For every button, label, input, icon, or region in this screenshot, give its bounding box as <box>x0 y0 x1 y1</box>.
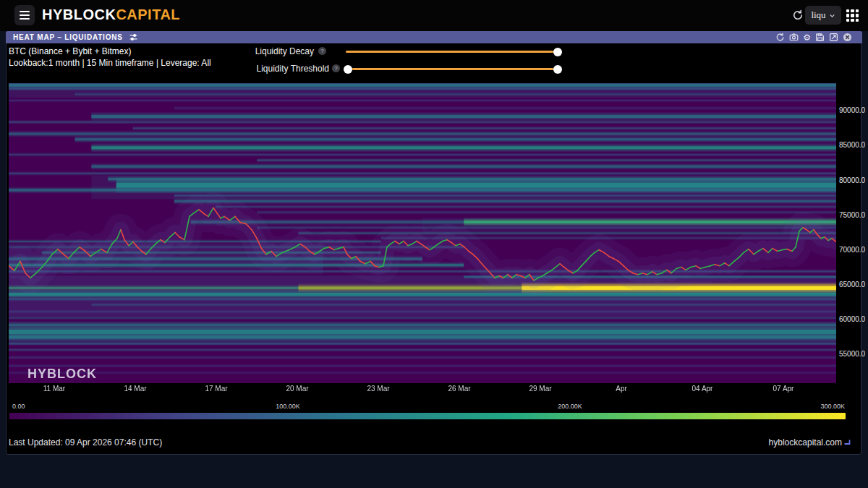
top-bar: HYBLOCKCAPITAL liqu <box>0 0 868 31</box>
date-tick-label: 07 Apr <box>773 385 794 393</box>
liquidity-threshold-label: Liquidity Threshold <box>184 64 329 74</box>
date-tick-label: Apr <box>616 385 627 393</box>
fullscreen-icon[interactable] <box>829 33 838 42</box>
price-tick-label: 80000.0 <box>839 176 865 184</box>
liquidity-threshold-thumb-high[interactable] <box>553 65 562 74</box>
colorbar-tick-label: 0.00 <box>12 403 25 410</box>
last-updated-text: Last Updated: 09 Apr 2026 07:46 (UTC) <box>9 437 162 448</box>
chevron-down-icon <box>829 12 835 19</box>
resize-corner-icon[interactable] <box>843 439 851 446</box>
date-tick-label: 26 Mar <box>448 385 470 393</box>
price-tick-label: 65000.0 <box>839 281 865 288</box>
close-icon[interactable] <box>843 33 852 42</box>
dropdown-value: liqu <box>811 9 825 21</box>
brand-logo[interactable]: HYBLOCKCAPITAL <box>42 7 180 23</box>
liquidity-decay-label: Liquidity Decay <box>184 46 314 56</box>
sliders-icon[interactable] <box>129 33 138 42</box>
settings-gear-icon[interactable]: ⚙ <box>803 33 811 42</box>
colorbar-gradient <box>9 413 846 419</box>
app-window: HYBLOCKCAPITAL liqu HEAT MAP – LIQUIDATI… <box>0 0 868 488</box>
brand-primary: HYBLOCK <box>42 7 116 22</box>
hamburger-menu-icon[interactable] <box>14 5 35 25</box>
price-tick-label: 60000.0 <box>839 315 865 323</box>
refresh-panel-icon[interactable] <box>775 33 785 42</box>
panel-header[interactable]: HEAT MAP – LIQUIDATIONS ⚙ <box>6 31 862 43</box>
price-tick-label: 90000.0 <box>839 106 865 114</box>
help-icon[interactable]: ? <box>318 47 326 55</box>
date-tick-label: 23 Mar <box>367 385 389 393</box>
price-tick-label: 70000.0 <box>839 246 865 254</box>
date-tick-label: 29 Mar <box>529 385 551 393</box>
brand-accent: CAPITAL <box>116 7 180 22</box>
price-tick-label: 55000.0 <box>839 350 865 358</box>
refresh-icon[interactable] <box>792 9 804 21</box>
date-tick-label: 20 Mar <box>286 385 308 393</box>
help-icon[interactable]: ? <box>332 64 340 72</box>
date-tick-label: 14 Mar <box>124 385 146 393</box>
price-tick-label: 75000.0 <box>839 211 865 219</box>
watermark: HYBLOCK <box>27 367 97 382</box>
symbol-info: BTC (Binance + Bybit + Bitmex) <box>9 46 131 56</box>
liquidation-heatmap-chart[interactable] <box>9 83 836 383</box>
liquidity-decay-slider[interactable] <box>346 51 558 53</box>
liquidity-threshold-thumb-low[interactable] <box>344 65 352 74</box>
save-icon[interactable] <box>815 33 825 42</box>
date-tick-label: 17 Mar <box>205 385 227 393</box>
site-link[interactable]: hyblockcapital.com <box>769 437 842 448</box>
colorbar-tick-label: 100.00K <box>276 403 300 410</box>
date-tick-label: 04 Apr <box>692 385 713 393</box>
price-tick-label: 85000.0 <box>839 141 865 149</box>
panel-title: HEAT MAP – LIQUIDATIONS <box>13 33 123 41</box>
apps-grid-icon[interactable] <box>846 9 859 22</box>
liquidity-threshold-slider[interactable] <box>348 68 558 70</box>
liquidity-decay-thumb[interactable] <box>553 48 562 56</box>
camera-snapshot-icon[interactable] <box>789 33 799 42</box>
colorbar-tick-label: 200.00K <box>558 403 582 410</box>
date-tick-label: 11 Mar <box>43 385 65 393</box>
colorbar-tick-label: 300.00K <box>820 403 845 410</box>
symbol-search-dropdown[interactable]: liqu <box>805 6 841 25</box>
lookback-info: Lookback:1 month | 15 Min timeframe | Le… <box>9 58 211 68</box>
